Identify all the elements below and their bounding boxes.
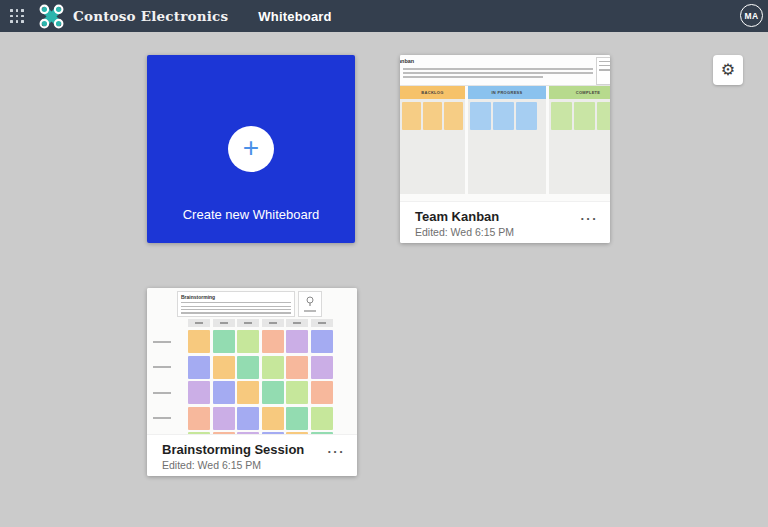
sticky-column-header xyxy=(188,319,210,327)
sticky-row xyxy=(188,356,333,379)
board-card-team-kanban[interactable]: Kanban BACKLOGIN PROGRESSCOMPLETE Team K… xyxy=(400,55,610,243)
sticky-note xyxy=(311,330,333,353)
sticky-row xyxy=(188,407,333,430)
sticky-row-label xyxy=(153,330,171,353)
sticky-note xyxy=(213,356,235,379)
sticky-note xyxy=(311,381,333,404)
kanban-thumb-header: Kanban xyxy=(400,55,610,86)
brainstorm-thumb-header: Brainstorming xyxy=(177,291,295,317)
boards-gallery: + Create new Whiteboard Kanban BACKLOGIN… xyxy=(0,32,768,527)
brainstorm-thumb-heading: Brainstorming xyxy=(181,294,291,300)
sticky-note xyxy=(311,356,333,379)
sticky-column-header xyxy=(213,319,235,327)
sticky-note xyxy=(213,407,235,430)
sticky-note xyxy=(262,381,284,404)
sticky-note xyxy=(262,330,284,353)
sticky-note xyxy=(237,407,259,430)
kanban-card xyxy=(493,102,514,130)
board-edited-timestamp: Edited: Wed 6:15 PM xyxy=(415,226,514,238)
lightbulb-icon xyxy=(305,296,315,308)
sticky-note xyxy=(286,381,308,404)
sticky-note xyxy=(188,381,210,404)
kanban-card xyxy=(574,102,595,130)
sticky-note xyxy=(188,356,210,379)
sticky-note xyxy=(262,356,284,379)
board-title: Team Kanban xyxy=(415,209,499,224)
sticky-note xyxy=(286,407,308,430)
kanban-column-header: IN PROGRESS xyxy=(468,86,546,99)
kanban-column-header: BACKLOG xyxy=(400,86,465,99)
sticky-row-labels xyxy=(153,330,171,435)
board-card-footer: Team Kanban Edited: Wed 6:15 PM ··· xyxy=(400,201,610,243)
kanban-card xyxy=(444,102,463,130)
app-title: Whiteboard xyxy=(258,9,332,24)
app-launcher-icon[interactable] xyxy=(10,9,24,23)
sticky-note xyxy=(311,407,333,430)
kanban-thumb-note xyxy=(596,57,610,85)
kanban-columns: BACKLOGIN PROGRESSCOMPLETE xyxy=(400,86,610,194)
kanban-thumbnail: Kanban BACKLOGIN PROGRESSCOMPLETE xyxy=(400,55,610,202)
create-card-label: Create new Whiteboard xyxy=(147,207,355,222)
kanban-thumb-heading: Kanban xyxy=(400,58,414,64)
sticky-note xyxy=(286,356,308,379)
kanban-card xyxy=(402,102,421,130)
sticky-row-label xyxy=(153,407,171,430)
brainstorm-thumb-tip xyxy=(298,291,322,317)
sticky-note xyxy=(188,407,210,430)
sticky-column-header xyxy=(311,319,333,327)
kanban-column: BACKLOG xyxy=(400,86,465,194)
sticky-note xyxy=(188,330,210,353)
sticky-note xyxy=(213,381,235,404)
sticky-note xyxy=(237,356,259,379)
sticky-note xyxy=(237,330,259,353)
sticky-row xyxy=(188,381,333,404)
sticky-note xyxy=(213,330,235,353)
contoso-logo-icon xyxy=(39,4,64,29)
kanban-column: COMPLETE xyxy=(549,86,610,194)
sticky-column-header xyxy=(286,319,308,327)
create-new-whiteboard-card[interactable]: + Create new Whiteboard xyxy=(147,55,355,243)
sticky-column-headers xyxy=(188,319,333,327)
kanban-card xyxy=(597,102,610,130)
board-edited-timestamp: Edited: Wed 6:15 PM xyxy=(162,459,261,471)
brainstorming-thumbnail: Brainstorming xyxy=(147,288,357,435)
sticky-note xyxy=(262,407,284,430)
board-title: Brainstorming Session xyxy=(162,442,304,457)
kanban-card xyxy=(551,102,572,130)
kanban-card xyxy=(516,102,537,130)
sticky-grid xyxy=(188,330,333,435)
more-options-icon[interactable]: ··· xyxy=(328,445,346,458)
board-card-brainstorming-session[interactable]: Brainstorming Brainstorming Session Edit… xyxy=(147,288,357,476)
kanban-column: IN PROGRESS xyxy=(468,86,546,194)
board-card-footer: Brainstorming Session Edited: Wed 6:15 P… xyxy=(147,434,357,476)
sticky-column-header xyxy=(262,319,284,327)
sticky-row-label xyxy=(153,381,171,404)
sticky-note xyxy=(286,330,308,353)
gear-icon: ⚙ xyxy=(721,62,735,78)
brand-title: Contoso Electronics xyxy=(73,8,228,24)
sticky-column-header xyxy=(237,319,259,327)
sticky-row-label xyxy=(153,356,171,379)
kanban-column-header: COMPLETE xyxy=(549,86,610,99)
more-options-icon[interactable]: ··· xyxy=(581,212,599,225)
top-bar: Contoso Electronics Whiteboard MA xyxy=(0,0,768,32)
whiteboard-home-screen: Contoso Electronics Whiteboard MA + Crea… xyxy=(0,0,768,527)
plus-icon: + xyxy=(243,134,259,162)
avatar[interactable]: MA xyxy=(740,4,763,27)
sticky-row xyxy=(188,330,333,353)
settings-button[interactable]: ⚙ xyxy=(713,55,743,85)
kanban-card xyxy=(470,102,491,130)
plus-circle: + xyxy=(228,126,274,172)
kanban-card xyxy=(423,102,442,130)
sticky-note xyxy=(237,381,259,404)
